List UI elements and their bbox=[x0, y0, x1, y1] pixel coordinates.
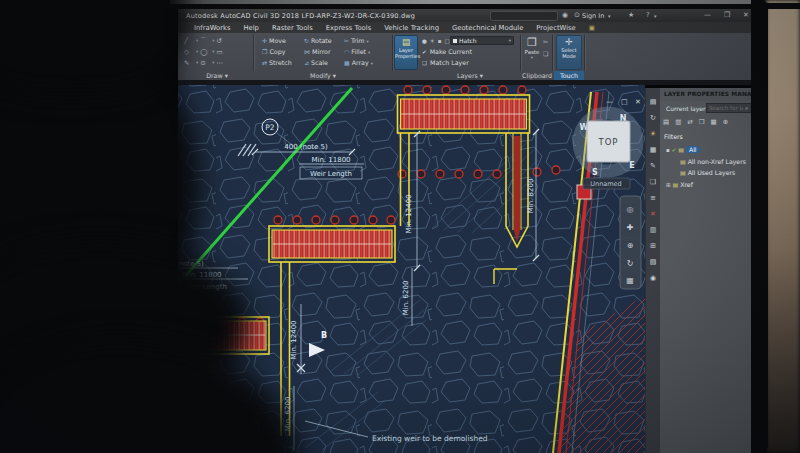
set-current-icon[interactable]: ⊕ bbox=[723, 118, 728, 126]
polygon-icon[interactable]: ◇ bbox=[184, 48, 194, 56]
delete-layer-icon[interactable]: ✕ bbox=[646, 210, 660, 218]
trim-button[interactable]: ✂Trim ▾ bbox=[344, 37, 369, 44]
lpm-title[interactable]: LAYER PROPERTIES MANAGER bbox=[660, 88, 756, 101]
move-button[interactable]: ✛Move bbox=[262, 37, 286, 44]
filter-tree-used[interactable]: ▤ All Used Layers bbox=[680, 169, 735, 176]
infocenter-search[interactable] bbox=[490, 11, 558, 21]
help-icon[interactable]: ? bbox=[646, 11, 650, 19]
line-icon[interactable]: ╱ bbox=[184, 37, 194, 45]
make-current-button[interactable]: ✔ Make Current bbox=[422, 48, 472, 55]
edit-icon[interactable]: ✎ bbox=[646, 162, 660, 170]
tab-geotechnical-module[interactable]: Geotechnical Module bbox=[452, 24, 523, 32]
cube-icon[interactable]: ▣ bbox=[589, 24, 595, 32]
orbit-icon[interactable]: ↻ bbox=[627, 259, 634, 268]
layer-states-icon[interactable]: ▥ bbox=[646, 226, 660, 234]
chevron-down-icon[interactable]: ▾ bbox=[212, 60, 214, 65]
layer-search-input[interactable] bbox=[707, 105, 745, 111]
chevron-down-icon[interactable]: ▾ bbox=[509, 38, 511, 43]
match-layer-button[interactable]: ❏ Match Layer bbox=[422, 59, 469, 66]
binoculars-icon[interactable]: ◉ bbox=[562, 11, 568, 19]
refresh-icon[interactable]: ↻ bbox=[646, 114, 660, 122]
paste-button[interactable]: ❐ Paste ▾ bbox=[524, 36, 540, 60]
tab-vehicle-tracking[interactable]: Vehicle Tracking bbox=[384, 24, 439, 32]
modify-panel-label[interactable]: Modify ▾ bbox=[256, 71, 390, 80]
rectangle-icon[interactable]: ▭ bbox=[217, 48, 227, 56]
array-button[interactable]: ▦Array ▾ bbox=[344, 59, 373, 66]
zoom-icon[interactable]: ⊕ bbox=[627, 241, 634, 250]
isolate-icon[interactable]: ▧ bbox=[646, 258, 660, 266]
viewcube-face-label[interactable]: TOP bbox=[597, 137, 618, 147]
layer-thaw-icon[interactable]: ☀ bbox=[430, 38, 435, 44]
cut-icon[interactable]: ✂ bbox=[543, 38, 548, 45]
mirror-button[interactable]: ⋈Mirror bbox=[304, 48, 331, 55]
minimize-button[interactable]: — bbox=[704, 11, 711, 19]
layer-list-icon[interactable]: ▤ bbox=[646, 98, 660, 106]
target-icon[interactable]: ◉ bbox=[646, 274, 660, 282]
new-layer-icon[interactable]: ❏ bbox=[646, 178, 660, 186]
new-property-filter-icon[interactable]: ▤ bbox=[663, 118, 669, 126]
more-icon[interactable]: ⋯ bbox=[217, 59, 227, 67]
sketch-icon[interactable]: ✎ bbox=[184, 59, 194, 67]
tab-infraworks[interactable]: InfraWorks bbox=[194, 24, 230, 32]
arc-icon[interactable]: ⌒ bbox=[200, 36, 210, 45]
layer-dropdown[interactable]: Hatch ▾ bbox=[450, 36, 514, 45]
layer-color-icon[interactable]: □ bbox=[445, 38, 450, 44]
chevron-down-icon[interactable]: ▾ bbox=[368, 50, 370, 55]
copy-button[interactable]: ❐Copy bbox=[262, 48, 285, 55]
viewcube[interactable]: N E S W TOP bbox=[579, 113, 637, 177]
tab-help[interactable]: Help bbox=[243, 24, 259, 32]
add-filter-icon[interactable]: ⊞ bbox=[646, 242, 660, 250]
filter-tree-non-xref[interactable]: ▤ All non-Xref Layers bbox=[680, 158, 746, 165]
chevron-down-icon[interactable]: ▾ bbox=[524, 55, 540, 60]
settings-icon[interactable]: ≡ bbox=[646, 194, 660, 202]
copy-clip-icon[interactable]: ❏ bbox=[543, 50, 548, 57]
layer-states-manager-icon[interactable]: ⇄ bbox=[687, 118, 692, 126]
view-name-pill[interactable]: Unnamed bbox=[583, 178, 630, 189]
navigation-bar[interactable]: ◎ ✚ ⊕ ↻ ▦ bbox=[620, 196, 641, 289]
steering-wheel-icon[interactable]: ◎ bbox=[627, 205, 634, 214]
layer-lock-icon[interactable]: ▪ bbox=[438, 38, 442, 44]
grid-icon[interactable]: ▦ bbox=[646, 146, 660, 154]
close-button[interactable]: ✕ bbox=[743, 11, 749, 19]
freeze-icon[interactable]: ☀ bbox=[646, 130, 660, 138]
chevron-down-icon[interactable]: ▾ bbox=[196, 49, 198, 54]
layer-on-icon[interactable]: ● bbox=[422, 38, 427, 44]
expand-icon[interactable]: ⊞ bbox=[666, 182, 671, 188]
chevron-down-icon[interactable]: ▾ bbox=[608, 13, 611, 19]
pan-icon[interactable]: ✚ bbox=[627, 223, 634, 232]
chevron-down-icon[interactable]: ▾ bbox=[654, 13, 657, 19]
revision-icon[interactable]: ↺ bbox=[217, 37, 227, 45]
layer-properties-button[interactable]: ▤ Layer Properties bbox=[394, 35, 418, 70]
restore-button[interactable]: ❐ bbox=[724, 11, 730, 19]
chevron-down-icon[interactable]: ▾ bbox=[212, 38, 214, 43]
tab-projectwise[interactable]: ProjectWise bbox=[536, 24, 575, 32]
fillet-button[interactable]: ◠Fillet ▾ bbox=[344, 48, 370, 55]
tab-raster-tools[interactable]: Raster Tools bbox=[272, 24, 313, 32]
chevron-down-icon[interactable]: ▾ bbox=[212, 49, 214, 54]
circle-icon[interactable]: ◯ bbox=[200, 48, 210, 56]
viewport-close[interactable]: ✕ bbox=[635, 98, 641, 106]
filter-tree-xref[interactable]: ⊞ ▤ Xref bbox=[666, 181, 693, 188]
tab-express-tools[interactable]: Express Tools bbox=[326, 24, 371, 32]
new-layer-vp-icon[interactable]: ▦ bbox=[711, 118, 717, 126]
rotate-button[interactable]: ↻Rotate bbox=[304, 37, 332, 44]
select-mode-button[interactable]: ✛ Select Mode bbox=[556, 35, 582, 70]
layers-panel-label[interactable]: Layers ▾ bbox=[420, 71, 520, 80]
new-group-filter-icon[interactable]: ▥ bbox=[675, 118, 681, 126]
stretch-button[interactable]: ⇄Stretch bbox=[262, 59, 292, 66]
viewport-minimize[interactable]: — bbox=[606, 98, 613, 106]
scale-button[interactable]: ⊿Scale bbox=[304, 59, 328, 66]
filter-tree-all[interactable]: ▪ ✔ ▤ All bbox=[666, 146, 700, 153]
star-icon[interactable]: ★ bbox=[628, 11, 634, 19]
new-layer-icon[interactable]: ❐ bbox=[699, 118, 705, 126]
chevron-down-icon[interactable]: ▾ bbox=[366, 39, 368, 44]
sign-in-button[interactable]: Sign In bbox=[582, 12, 604, 20]
point-icon[interactable]: ⊙ bbox=[200, 59, 210, 67]
showmotion-icon[interactable]: ▦ bbox=[626, 276, 634, 285]
viewport-restore[interactable]: □ bbox=[621, 98, 628, 106]
layer-search[interactable]: ⌕ bbox=[706, 103, 752, 113]
chevron-down-icon[interactable]: ▾ bbox=[196, 60, 198, 65]
draw-panel-label[interactable]: Draw ▾ bbox=[184, 71, 250, 80]
checkbox-icon[interactable]: ▪ bbox=[666, 147, 670, 153]
chevron-down-icon[interactable]: ▾ bbox=[371, 61, 373, 66]
